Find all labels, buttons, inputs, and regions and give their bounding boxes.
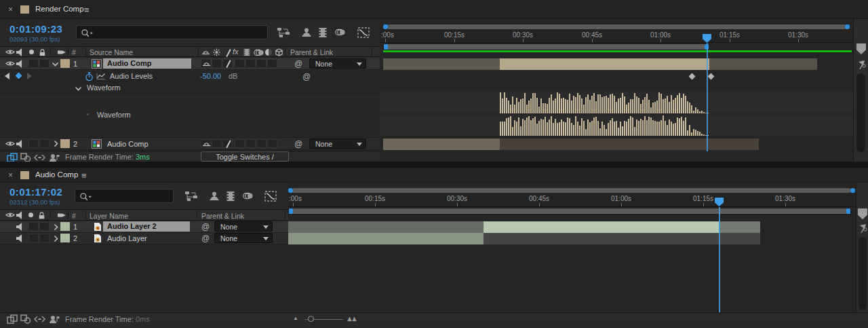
work-area-start-handle[interactable]	[289, 208, 293, 214]
layer-duration-bar-segment[interactable]	[383, 58, 500, 70]
layer-row-2[interactable]: 2 Audio Comp @ None	[0, 138, 380, 150]
horizontal-scrollbar[interactable]	[288, 188, 855, 193]
expand-transfer-pane-icon[interactable]	[20, 314, 33, 324]
scrollbar-left-cap[interactable]	[288, 188, 293, 193]
work-area-bar[interactable]	[383, 43, 709, 50]
waveform-group-row[interactable]: Waveform	[0, 83, 380, 94]
lock-icon[interactable]	[38, 48, 47, 56]
layer-duration-bar-segment[interactable]	[288, 221, 484, 233]
3d-layer-icon[interactable]	[275, 48, 284, 56]
layer-name[interactable]: Audio Comp	[107, 140, 149, 148]
layer-duration-bar-segment[interactable]	[288, 233, 484, 244]
parent-dropdown[interactable]: None	[214, 221, 273, 232]
vertical-scrollbar[interactable]	[859, 237, 867, 310]
frame-blend-icon[interactable]	[243, 48, 252, 56]
pickwhip-icon[interactable]: @	[294, 60, 302, 68]
audio-speaker-icon[interactable]	[16, 223, 26, 232]
keyframe-diamond[interactable]	[689, 73, 696, 80]
collapse-switch-icon[interactable]	[202, 60, 212, 68]
effects-icon[interactable]: fx	[233, 48, 242, 56]
search-input[interactable]	[93, 190, 161, 201]
zoom-in-icon[interactable]: ▲▲	[346, 314, 355, 323]
expand-inout-pane-icon[interactable]	[34, 153, 46, 162]
layer-duration-bar-segment[interactable]	[709, 58, 817, 70]
time-ruler[interactable]: :00s00:15s00:30s00:45s01:00s01:15s01:30s	[288, 194, 856, 207]
twirl-down-icon[interactable]	[52, 60, 59, 68]
comp-marker-bin-icon[interactable]	[856, 43, 866, 54]
zoom-out-icon[interactable]: ▲	[293, 315, 298, 321]
frame-blending-icon[interactable]	[225, 191, 240, 203]
audio-speaker-icon[interactable]	[16, 211, 26, 219]
layer-label-swatch[interactable]	[60, 222, 70, 231]
expand-render-pane-icon[interactable]	[49, 153, 61, 162]
audio-speaker-icon[interactable]	[16, 48, 26, 56]
comp-marker-bin-icon[interactable]	[858, 208, 867, 219]
layer-name[interactable]: Audio Layer	[107, 234, 147, 242]
label-tag-icon[interactable]	[57, 48, 66, 56]
work-area-end-handle[interactable]	[846, 208, 850, 214]
current-timecode[interactable]: 0:01:17:02	[9, 186, 62, 198]
time-ruler[interactable]: :00s00:15s00:30s00:45s01:00s01:15s01:30s	[380, 30, 853, 43]
audio-speaker-icon[interactable]	[16, 234, 26, 243]
video-eye-icon[interactable]	[5, 48, 15, 56]
audio-speaker-icon[interactable]	[16, 60, 26, 69]
tab-title[interactable]: Render Comp	[35, 5, 84, 13]
motion-blur-col-icon[interactable]	[254, 48, 263, 56]
quality-icon[interactable]	[224, 48, 233, 56]
playhead-line[interactable]	[707, 43, 708, 151]
close-icon[interactable]: ×	[8, 170, 13, 180]
motion-blur-icon[interactable]	[243, 191, 258, 203]
draft-3d-icon[interactable]	[300, 27, 315, 39]
tab-title[interactable]: Audio Comp	[35, 170, 78, 179]
frame-blending-icon[interactable]	[317, 27, 332, 39]
panel-menu-icon[interactable]: ≡	[81, 170, 87, 181]
graph-editor-icon[interactable]	[264, 191, 279, 203]
layer-label-swatch[interactable]	[60, 139, 70, 148]
work-area-bar[interactable]	[288, 208, 851, 215]
twirl-right-icon[interactable]	[53, 140, 60, 147]
work-area-start-handle[interactable]	[384, 44, 388, 50]
expand-render-pane-icon[interactable]	[49, 314, 61, 324]
graph-editor-icon[interactable]	[357, 27, 372, 39]
lock-icon[interactable]	[37, 211, 47, 219]
graph-toggle-icon[interactable]	[96, 73, 106, 81]
comp-mini-flowchart-icon[interactable]	[277, 27, 292, 39]
scrollbar-left-cap[interactable]	[383, 24, 388, 29]
label-tag-icon[interactable]	[57, 211, 66, 219]
layer-duration-bar-segment[interactable]	[383, 139, 500, 150]
collapse-transformations-icon[interactable]	[212, 48, 222, 56]
layer-name[interactable]: Audio Layer 2	[103, 221, 190, 232]
pickwhip-icon[interactable]: @	[201, 234, 210, 242]
search-box[interactable]	[75, 189, 174, 203]
adjustment-layer-icon[interactable]	[265, 49, 272, 56]
close-icon[interactable]: ×	[8, 5, 13, 14]
comp-mini-flowchart-icon[interactable]	[184, 191, 199, 203]
horizontal-scrollbar[interactable]	[383, 24, 850, 29]
zoom-slider-knob[interactable]	[308, 316, 314, 322]
draft-3d-icon[interactable]	[208, 191, 222, 203]
pickwhip-icon[interactable]: @	[201, 223, 210, 231]
panel-menu-icon[interactable]: ≡	[84, 5, 90, 15]
video-eye-icon[interactable]	[5, 140, 15, 149]
solo-icon[interactable]	[28, 213, 33, 217]
layer-duration-bar-segment[interactable]	[500, 58, 709, 70]
expand-switches-pane-icon[interactable]	[7, 153, 19, 162]
toggle-switches-modes-button[interactable]: Toggle Switches / Modes	[201, 151, 289, 162]
layer-name[interactable]: Audio Comp	[103, 58, 191, 69]
stopwatch-icon[interactable]	[85, 72, 94, 81]
vertical-scrollbar[interactable]	[856, 73, 865, 152]
add-keyframe-icon[interactable]	[16, 73, 22, 79]
search-input[interactable]	[94, 26, 228, 37]
layer-label-swatch[interactable]	[60, 59, 70, 68]
comp-flag-icon[interactable]	[859, 223, 868, 236]
expand-switches-pane-icon[interactable]	[7, 314, 19, 324]
expand-transfer-pane-icon[interactable]	[20, 153, 33, 162]
layer-label-swatch[interactable]	[60, 234, 70, 242]
solo-icon[interactable]	[29, 50, 34, 54]
layer-row-1[interactable]: 1 Audio Layer 2 @ None	[0, 221, 288, 233]
scrollbar-right-cap[interactable]	[845, 24, 850, 29]
parent-dropdown[interactable]: None	[214, 233, 273, 243]
parent-dropdown[interactable]: None	[309, 58, 366, 69]
twirl-down-icon[interactable]	[75, 85, 82, 92]
prev-keyframe-icon[interactable]	[5, 73, 9, 79]
